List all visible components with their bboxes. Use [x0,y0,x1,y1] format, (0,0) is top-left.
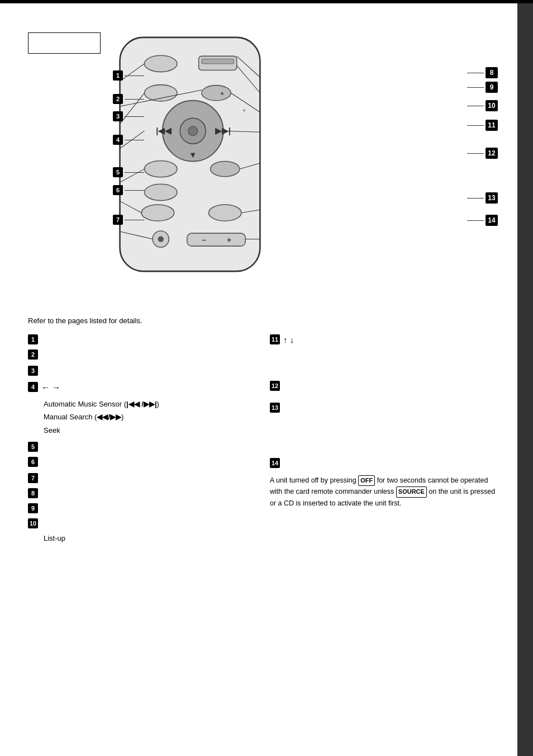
desc-item-7: 7 [28,472,253,483]
callout-11: 11 [467,120,498,131]
callout-8: 8 [467,67,498,78]
callout-5: 5 [113,167,144,177]
remote-diagram: + – + |◀◀ ▶▶| ▼ [28,20,501,300]
callout-4: 4 [113,135,144,145]
badge-13: 13 [486,192,498,204]
svg-text:+: + [220,90,224,97]
note-text: A unit turned off by pressing OFF for tw… [270,475,501,509]
desc-item-4: 4 ← → [28,381,253,394]
desc-item-3: 3 [28,365,253,376]
desc-item-2: 2 [28,349,253,360]
desc-badge-5: 5 [28,442,38,452]
badge-1: 1 [113,70,123,81]
svg-rect-3 [202,59,234,64]
desc-badge-8: 8 [28,488,38,498]
svg-point-15 [144,161,177,177]
page-content: + – + |◀◀ ▶▶| ▼ [17,3,512,569]
desc-badge-12: 12 [270,381,280,391]
desc-badge-3: 3 [28,366,38,376]
desc-item-4-sub3: Seek [44,425,253,436]
badge-2: 2 [113,94,123,104]
callout-7: 7 [113,215,144,225]
badge-10: 10 [486,100,498,111]
callout-13: 13 [467,192,498,204]
description-columns: 1 2 3 4 ← → Automatic [28,334,501,546]
svg-point-17 [141,205,174,221]
desc-badge-4: 4 [28,382,38,392]
callout-2: 2 [113,94,144,104]
svg-text:+: + [242,107,246,114]
desc-item-9: 9 [28,503,253,513]
desc-badge-7: 7 [28,473,38,483]
badge-9: 9 [486,82,498,93]
desc-item-12: 12 [270,380,501,391]
svg-point-24 [211,162,240,177]
desc-arrows-4: ← → [41,381,60,394]
desc-item-10: 10 [28,518,253,528]
badge-12: 12 [486,148,498,159]
remote-illustration: + – + |◀◀ ▶▶| ▼ [95,26,285,283]
desc-badge-2: 2 [28,349,38,360]
callout-14: 14 [467,215,498,226]
badge-3: 3 [113,111,123,121]
desc-badge-14: 14 [270,458,280,468]
svg-rect-21 [187,233,246,246]
desc-badge-10: 10 [28,518,38,528]
svg-text:+: + [227,235,232,244]
svg-text:–: – [202,235,206,244]
desc-badge-1: 1 [28,334,38,344]
svg-point-18 [208,205,241,221]
desc-item-11: 11 ↑ ↓ [270,334,501,347]
desc-item-10-sub1: List-up [44,533,253,544]
badge-11: 11 [486,120,498,131]
badge-14: 14 [486,215,498,226]
badge-7: 7 [113,215,123,225]
badge-6: 6 [113,185,123,195]
desc-badge-9: 9 [28,503,38,513]
label-box [28,32,101,54]
desc-right-column: 11 ↑ ↓ 12 13 14 [264,334,501,546]
svg-point-20 [158,236,164,242]
desc-left-column: 1 2 3 4 ← → Automatic [28,334,264,546]
description-section: Refer to the pages listed for details. 1… [28,316,501,546]
desc-badge-13: 13 [270,403,280,413]
callout-9: 9 [467,82,498,93]
callout-10: 10 [467,100,498,111]
source-label: SOURCE [396,486,427,498]
refer-text: Refer to the pages listed for details. [28,316,501,325]
svg-point-4 [202,86,231,101]
svg-point-1 [144,55,177,72]
callout-3: 3 [113,111,144,121]
desc-item-4-sub2: Manual Search (◀◀/▶▶) [44,412,253,423]
badge-8: 8 [486,67,498,78]
desc-item-6: 6 [28,456,253,467]
desc-item-1: 1 [28,334,253,344]
svg-point-16 [144,184,177,200]
off-label: OFF [358,475,375,486]
desc-item-8: 8 [28,488,253,498]
right-sidebar-bar [517,3,533,756]
desc-badge-6: 6 [28,457,38,467]
badge-4: 4 [113,135,123,145]
desc-item-14: 14 [270,457,501,468]
callout-1: 1 [113,70,144,81]
desc-item-4-sub1: Automatic Music Sensor (|◀◀ /▶▶|) [44,399,253,410]
badge-5: 5 [113,167,123,177]
callout-12: 12 [467,148,498,159]
svg-text:▼: ▼ [189,150,197,159]
desc-item-13: 13 [270,402,501,413]
desc-badge-11: 11 [270,334,280,344]
desc-item-5: 5 [28,441,253,452]
svg-text:|◀◀: |◀◀ [156,126,172,135]
svg-point-6 [144,85,177,101]
callout-6: 6 [113,185,144,195]
desc-arrows-11: ↑ ↓ [283,334,294,347]
svg-point-11 [188,126,198,136]
